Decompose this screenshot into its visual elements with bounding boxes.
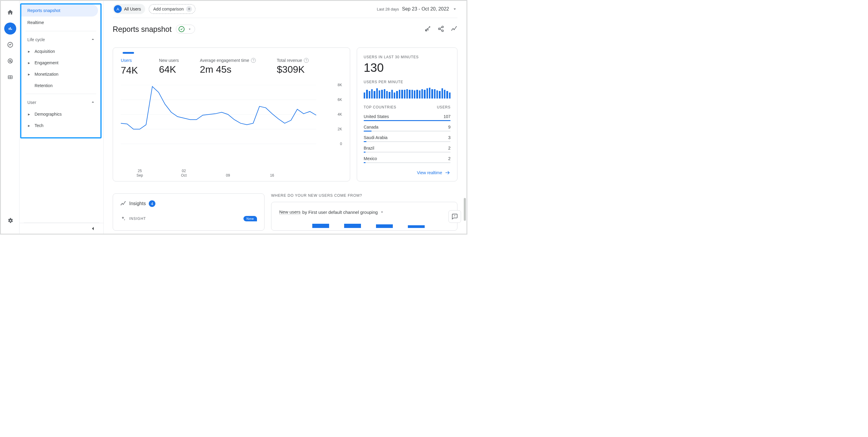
country-name: Saudi Arabia xyxy=(364,135,388,140)
realtime-subtitle: USERS PER MINUTE xyxy=(364,80,451,84)
view-realtime-link[interactable]: View realtime xyxy=(417,165,451,176)
nav-sub-monetization[interactable]: ▸Monetization xyxy=(21,68,100,80)
segment-chip-all-users[interactable]: A All Users xyxy=(113,4,145,14)
add-comparison-button[interactable]: Add comparison + xyxy=(149,4,195,14)
sparkle-icon xyxy=(120,216,126,221)
insights-title: Insights xyxy=(129,201,146,206)
nav-separator xyxy=(26,31,96,31)
rail-admin-icon[interactable] xyxy=(4,214,16,227)
rail-home-icon[interactable] xyxy=(4,6,16,18)
nav-sub-demographics[interactable]: ▸Demographics xyxy=(21,108,100,120)
country-row[interactable]: Canada9 xyxy=(364,123,451,129)
rail-reports-icon[interactable] xyxy=(4,23,16,35)
svg-point-7 xyxy=(453,28,454,29)
nav-sub-label: Acquisition xyxy=(35,49,55,54)
rail-advertising-icon[interactable] xyxy=(4,55,16,67)
metric-average-engagement-time[interactable]: Average engagement time?2m 45s xyxy=(200,58,256,76)
nav-sub-label: Demographics xyxy=(35,112,62,116)
funnel-head-strong: New users xyxy=(279,209,301,215)
nav-section-user[interactable]: User xyxy=(21,96,100,108)
nav-section-life-cycle[interactable]: Life cycle xyxy=(21,34,100,46)
spark-bar xyxy=(441,88,443,99)
nav-sub-label: Monetization xyxy=(35,72,58,76)
nav-sub-engagement[interactable]: ▸Engagement xyxy=(21,57,100,68)
country-list: United States107Canada9Saudi Arabia3Braz… xyxy=(364,112,451,165)
svg-point-8 xyxy=(454,29,455,30)
nav-sub-label: Engagement xyxy=(35,60,58,65)
date-range-picker[interactable]: Last 28 days Sep 23 - Oct 20, 2022 xyxy=(377,6,458,12)
new-badge: New xyxy=(243,216,257,221)
insights-icon[interactable] xyxy=(451,26,458,33)
share-icon[interactable] xyxy=(438,26,444,33)
country-row[interactable]: United States107 xyxy=(364,112,451,119)
funnel-head-rest: by First user default channel grouping xyxy=(302,210,378,215)
spark-bar xyxy=(419,91,421,99)
metric-new-users[interactable]: New users64K xyxy=(159,58,179,76)
country-bar xyxy=(364,152,451,153)
new-users-channel-card: New users by First user default channel … xyxy=(271,202,458,231)
y-axis-tick: 2K xyxy=(338,127,342,131)
svg-point-6 xyxy=(451,30,452,31)
acquisition-section: WHERE DO YOUR NEW USERS COME FROM? New u… xyxy=(271,194,458,231)
spark-bar xyxy=(404,90,405,99)
new-users-dimension-picker[interactable]: New users by First user default channel … xyxy=(279,209,449,215)
spark-bar xyxy=(427,88,428,99)
title-actions xyxy=(424,26,458,33)
spark-bar xyxy=(399,90,400,99)
country-bar xyxy=(364,141,451,142)
caret-right-icon: ▸ xyxy=(27,112,30,116)
country-row[interactable]: Mexico2 xyxy=(364,155,451,161)
metric-label: Average engagement time? xyxy=(200,58,256,63)
nav-reports-snapshot[interactable]: Reports snapshot xyxy=(21,4,98,16)
nav-separator xyxy=(26,94,96,94)
insight-row[interactable]: INSIGHT New xyxy=(120,216,257,221)
rail-configure-icon[interactable] xyxy=(4,71,16,83)
caret-down-icon xyxy=(452,6,458,12)
svg-point-3 xyxy=(442,26,444,28)
realtime-title: USERS IN LAST 30 MINUTES xyxy=(364,55,451,59)
spark-bar xyxy=(376,88,378,99)
spark-bar xyxy=(446,91,448,99)
insights-header: Insights 4 xyxy=(120,200,257,207)
spark-bar xyxy=(429,88,430,99)
nav-sub-retention[interactable]: Retention xyxy=(21,80,100,91)
metric-users[interactable]: Users74K xyxy=(121,58,138,76)
page-title: Reports snapshot xyxy=(113,25,172,34)
acquisition-question: WHERE DO YOUR NEW USERS COME FROM? xyxy=(271,194,458,198)
spark-bar xyxy=(414,91,415,99)
metric-label: Total revenue? xyxy=(277,58,309,63)
sparkline-icon xyxy=(120,201,126,207)
realtime-users-value: 130 xyxy=(364,61,451,74)
nav-collapse-button[interactable] xyxy=(20,223,103,234)
feedback-button[interactable] xyxy=(448,210,461,223)
segment-indicator xyxy=(123,52,134,54)
data-quality-status[interactable] xyxy=(176,25,195,34)
country-users: 9 xyxy=(448,125,451,129)
spark-bar xyxy=(431,89,433,99)
users-trend-chart[interactable]: 02K4K6K8K25Sep02Oct0916 xyxy=(121,85,342,175)
icon-rail xyxy=(1,1,20,234)
title-bar: Reports snapshot xyxy=(113,18,458,37)
spark-bar xyxy=(379,91,380,99)
nav-sub-tech[interactable]: ▸Tech xyxy=(21,120,100,131)
country-row[interactable]: Brazil2 xyxy=(364,144,451,150)
chevron-up-icon xyxy=(90,37,96,43)
metric-total-revenue[interactable]: Total revenue?$309K xyxy=(277,58,309,76)
left-nav: Reports snapshot Realtime Life cycle ▸Ac… xyxy=(20,1,104,234)
customize-report-icon[interactable] xyxy=(424,26,431,33)
country-name: Canada xyxy=(364,125,378,129)
spark-bar xyxy=(406,89,408,99)
nav-highlight-box: Reports snapshot Realtime Life cycle ▸Ac… xyxy=(20,3,101,138)
nav-section-label: Life cycle xyxy=(27,37,45,42)
country-header-left: TOP COUNTRIES xyxy=(364,105,397,109)
country-row[interactable]: Saudi Arabia3 xyxy=(364,133,451,140)
help-icon[interactable]: ? xyxy=(251,58,256,63)
nav-sub-acquisition[interactable]: ▸Acquisition xyxy=(21,46,100,57)
country-bar xyxy=(364,131,451,132)
help-icon[interactable]: ? xyxy=(304,58,309,63)
scrollbar-thumb[interactable] xyxy=(464,198,466,221)
svg-point-2 xyxy=(9,60,11,62)
nav-realtime[interactable]: Realtime xyxy=(21,16,98,29)
rail-explore-icon[interactable] xyxy=(4,39,16,51)
caret-right-icon: ▸ xyxy=(27,49,30,54)
